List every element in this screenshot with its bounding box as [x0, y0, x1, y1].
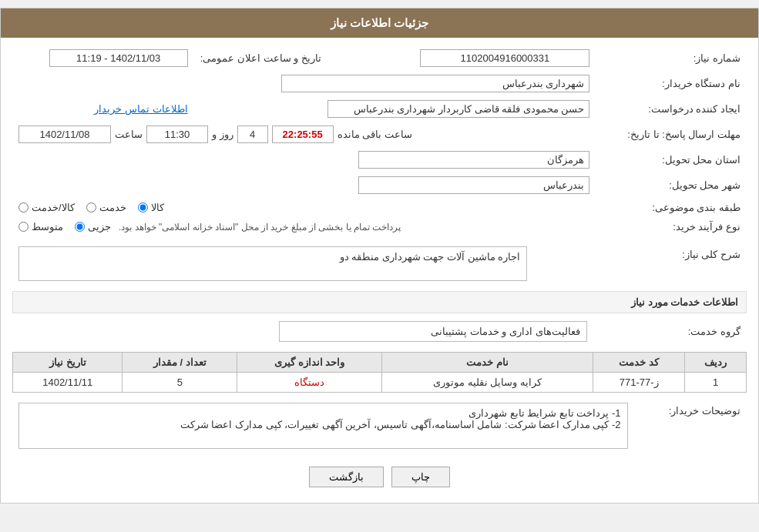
buyer-notes-table: توضیحات خریدار: 1- پرداخت تابع شرایط تاب… [12, 399, 747, 453]
table-row: ایجاد کننده درخواست: حسن محمودی فلقه قاض… [12, 96, 747, 122]
page-container: جزئیات اطلاعات نیاز شماره نیاز: 11020049… [0, 8, 759, 504]
city-field: بندرعباس [358, 176, 589, 194]
table-row: استان محل تحویل: هرمزگان [12, 147, 747, 172]
description-field: اجاره ماشین آلات جهت شهرداری منطقه دو [18, 246, 527, 281]
info-table: شماره نیاز: 1102004916000331 تاریخ و ساع… [12, 45, 747, 236]
page-title: جزئیات اطلاعات نیاز [1, 8, 758, 38]
city-label: شهر محل تحویل: [596, 172, 747, 198]
table-row: شماره نیاز: 1102004916000331 تاریخ و ساع… [12, 45, 747, 71]
response-deadline-label: مهلت ارسال پاسخ: تا تاریخ: [596, 122, 747, 147]
creator-field: حسن محمودی فلقه قاضی کاربردار شهرداری بن… [327, 100, 589, 118]
col-row: ردیف [685, 353, 747, 373]
response-remain-label: ساعت باقی مانده [338, 129, 412, 140]
button-row: چاپ بازگشت [12, 459, 747, 495]
buyer-notes-field: 1- پرداخت تابع شرایط تابع شهرداری 2- کپی… [18, 403, 628, 449]
service-group-table: گروه خدمت: فعالیت‌های اداری و خدمات پشتی… [12, 317, 747, 346]
table-row: توضیحات خریدار: 1- پرداخت تابع شرایط تاب… [12, 399, 747, 453]
table-row: نام دستگاه خریدار: شهرداری بندرعباس [12, 71, 747, 96]
purchase-note: پرداخت تمام یا بخشی از مبلغ خرید از محل … [119, 222, 401, 233]
table-row: شهر محل تحویل: بندرعباس [12, 172, 747, 198]
table-row: 1 ز-77-771 کرایه وسایل نقلیه موتوری دستگ… [13, 373, 747, 393]
province-label: استان محل تحویل: [596, 147, 747, 172]
order-number-value: 1102004916000331 [378, 45, 596, 71]
table-row: نوع فرآیند خرید: متوسط جزیی [12, 217, 747, 236]
description-table: شرح کلی نیاز: اجاره ماشین آلات جهت شهردا… [12, 243, 747, 285]
province-field: هرمزگان [358, 151, 589, 169]
print-button[interactable]: چاپ [391, 467, 450, 487]
col-date: تاریخ نیاز [13, 353, 123, 373]
table-row: مهلت ارسال پاسخ: تا تاریخ: 1402/11/08 سا… [12, 122, 747, 147]
table-row: طبقه بندی موضوعی: کالا/خدمت خدمت کالا [12, 198, 747, 217]
category-radio-group: کالا/خدمت خدمت کالا [18, 202, 589, 213]
purchase-radio-group: متوسط جزیی [18, 221, 111, 233]
service-group-label: گروه خدمت: [593, 317, 747, 346]
service-group-field: فعالیت‌های اداری و خدمات پشتیبانی [279, 321, 587, 342]
response-time-label: ساعت [115, 129, 143, 140]
col-code: کد خدمت [593, 353, 685, 373]
response-days-field: 4 [237, 125, 268, 143]
description-label: شرح کلی نیاز: [533, 243, 747, 285]
radio-kala-khedmat[interactable]: کالا/خدمت [18, 202, 75, 213]
category-label: طبقه بندی موضوعی: [596, 198, 747, 217]
main-content: شماره نیاز: 1102004916000331 تاریخ و ساع… [1, 38, 758, 503]
table-row: گروه خدمت: فعالیت‌های اداری و خدمات پشتی… [12, 317, 747, 346]
announce-field: 1402/11/03 - 11:19 [49, 49, 188, 67]
buyer-notes-label: توضیحات خریدار: [634, 399, 747, 453]
services-section-title: اطلاعات خدمات مورد نیاز [12, 291, 747, 313]
response-remain-field: 22:25:55 [272, 125, 334, 143]
radio-jozi[interactable]: جزیی [75, 221, 111, 233]
order-number-label: شماره نیاز: [596, 45, 747, 71]
table-row: شرح کلی نیاز: اجاره ماشین آلات جهت شهردا… [12, 243, 747, 285]
purchase-type-label: نوع فرآیند خرید: [596, 217, 747, 236]
buyer-name-field: شهرداری بندرعباس [281, 75, 589, 92]
services-data-table: ردیف کد خدمت نام خدمت واحد اندازه گیری ت… [12, 352, 747, 393]
contact-link[interactable]: اطلاعات تماس خریدار [94, 103, 187, 115]
response-date-field: 1402/11/08 [18, 125, 111, 143]
back-button[interactable]: بازگشت [309, 467, 384, 487]
radio-kala[interactable]: کالا [138, 202, 164, 213]
title-text: جزئیات اطلاعات نیاز [331, 16, 428, 29]
announce-label: تاریخ و ساعت اعلان عمومی: [194, 45, 354, 71]
table-header-row: ردیف کد خدمت نام خدمت واحد اندازه گیری ت… [13, 353, 747, 373]
col-unit: واحد اندازه گیری [237, 353, 382, 373]
order-number-field: 1102004916000331 [420, 49, 589, 67]
buyer-name-label: نام دستگاه خریدار: [596, 71, 747, 96]
creator-label: ایجاد کننده درخواست: [596, 96, 747, 122]
response-days-label: روز و [212, 129, 233, 140]
response-time-field: 11:30 [146, 125, 208, 143]
radio-motavaset[interactable]: متوسط [18, 221, 63, 233]
col-service-name: نام خدمت [382, 353, 593, 373]
radio-khedmat[interactable]: خدمت [86, 202, 126, 213]
col-count: تعداد / مقدار [123, 353, 237, 373]
